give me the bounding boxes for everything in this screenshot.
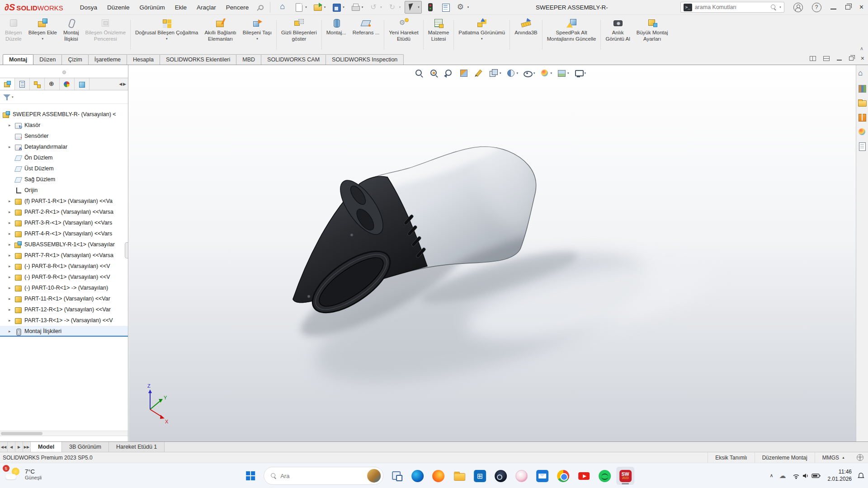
ribbon-button[interactable]: Gizli Bileşenleri göster ▾ (278, 16, 320, 53)
panel-tab[interactable] (15, 78, 30, 90)
design-library-icon[interactable] (858, 84, 867, 93)
panel-collapse-handle[interactable] (62, 70, 66, 74)
ribbon-button[interactable]: Büyük Montaj Ayarları ▾ (633, 16, 671, 53)
taskbar-app-button[interactable] (429, 467, 447, 485)
menu-item[interactable]: Pencere (221, 1, 254, 14)
tile-pane-icon[interactable] (823, 56, 830, 61)
search-input[interactable] (695, 4, 768, 10)
dropdown-caret-icon[interactable]: ▾ (362, 5, 363, 9)
ribbon-button[interactable]: ▾ (453, 20, 454, 50)
taskbar-search[interactable] (264, 467, 383, 485)
doc-restore-button[interactable] (849, 56, 854, 61)
taskbar-app-button[interactable] (595, 467, 613, 485)
scrollbar-thumb[interactable] (1, 432, 42, 435)
tree-item[interactable]: (f) PART-1-R<1> (Varsayılan) <<Va (0, 196, 128, 206)
view-tool-button[interactable]: ▾ (488, 68, 501, 79)
expand-arrow-icon[interactable] (9, 296, 14, 301)
tree-item[interactable]: SUBASSEMBLY-R-1<1> (Varsayılar (0, 239, 128, 250)
appearances-icon[interactable] (858, 127, 867, 136)
taskbar-app-button[interactable] (575, 467, 593, 485)
panel-splitter-grip[interactable] (125, 242, 128, 258)
taskbar-app-button[interactable] (450, 467, 468, 485)
tray-status-icons[interactable] (792, 472, 822, 480)
home-icon[interactable] (858, 70, 867, 79)
expand-arrow-icon[interactable] (9, 307, 14, 312)
tree-item[interactable]: (-) PART-8-R<1> (Varsayılan) <<V (0, 261, 128, 272)
taskbar-app-button[interactable] (408, 467, 426, 485)
view-tool-button[interactable]: ▾ (429, 68, 439, 79)
status-item[interactable]: Eksik Tanımlı ▲ (708, 452, 754, 463)
menu-item[interactable]: Araçlar (192, 1, 221, 14)
graphics-viewport[interactable]: Z Y X ▾ ▾ (129, 65, 868, 441)
tab-scroll-first-icon[interactable]: ◀◀ (0, 442, 8, 452)
tree-item[interactable]: PART-3-R-<1> (Varsayılan) <<Vars (0, 217, 128, 228)
tree-item[interactable]: Sensörler (0, 131, 128, 141)
ribbon-button[interactable]: Anında3B ▾ (511, 16, 541, 53)
search-icon[interactable] (770, 4, 777, 10)
dropdown-caret-icon[interactable]: ▾ (517, 71, 519, 75)
view-palette-icon[interactable] (858, 113, 867, 122)
expand-arrow-icon[interactable] (9, 123, 14, 127)
ribbon-button[interactable]: Doğrusal Bileşen Çoğaltma ▾ (132, 16, 201, 53)
expand-arrow-icon[interactable] (9, 318, 14, 323)
expand-arrow-icon[interactable] (9, 275, 14, 279)
tree-item[interactable]: Ön Düzlem (0, 152, 128, 163)
ribbon-button[interactable]: ▾ (321, 20, 322, 50)
ribbon-button[interactable]: ▾ (384, 20, 384, 50)
expand-arrow-icon[interactable] (9, 242, 14, 247)
ribbon-tab[interactable]: Çizim (61, 54, 88, 65)
view-tool-button[interactable]: ▾ (473, 68, 484, 79)
tree-item[interactable]: Sağ Düzlem (0, 174, 128, 185)
dropdown-caret-icon[interactable]: ▾ (324, 5, 326, 9)
ribbon-button[interactable]: Yeni Hareket Etüdü ▾ (386, 16, 421, 53)
tree-item[interactable]: PART-11-R<1> (Varsayılan) <<Var (0, 293, 128, 304)
view-tool-button[interactable]: ▾ (505, 68, 519, 79)
ribbon-tab[interactable]: Hesapla (127, 54, 160, 65)
document-tab[interactable]: Model (31, 442, 62, 452)
ribbon-button[interactable]: SpeedPak Alt Montajlarını Güncelle ▾ (544, 16, 599, 53)
expand-arrow-icon[interactable] (9, 145, 14, 149)
ribbon-button[interactable]: Montaj İlişkisi ▾ (60, 16, 82, 53)
quickbar-button[interactable]: ▾ (330, 1, 347, 14)
ribbon-button[interactable]: Akıllı Bağlantı Elemanları ▾ (201, 16, 239, 53)
expand-arrow-icon[interactable] (9, 329, 14, 333)
tree-item[interactable]: Montaj İlişkileri (0, 326, 128, 337)
view-tool-button[interactable]: ▾ (556, 68, 569, 79)
ribbon-button[interactable]: ▾ (423, 20, 424, 50)
scroll-left-icon[interactable]: ◀ (119, 82, 122, 86)
quickbar-button[interactable]: ▾ (277, 1, 290, 14)
tree-item[interactable]: Klasör (0, 120, 128, 131)
search-dropdown-caret-icon[interactable]: ▾ (779, 5, 781, 9)
dropdown-caret-icon[interactable]: ▾ (567, 71, 569, 75)
help-icon[interactable]: ? (812, 3, 821, 12)
view-tool-button[interactable]: ▾ (458, 68, 469, 79)
ribbon-button[interactable]: ▾ (130, 20, 131, 50)
quickbar-button[interactable]: ▾ (424, 1, 437, 14)
view-tool-button[interactable]: ▾ (539, 68, 552, 79)
menu-item[interactable]: Dosya (75, 1, 102, 14)
dropdown-caret-icon[interactable]: ▾ (380, 5, 382, 9)
ribbon-button[interactable]: Malzeme Listesi ▾ (425, 16, 453, 53)
dropdown-caret-icon[interactable]: ▾ (256, 37, 258, 41)
quickbar-button[interactable]: ▾ (292, 1, 309, 14)
document-tab[interactable]: Hareket Etüdü 1 (109, 442, 165, 452)
units-caret-icon[interactable]: ▲ (842, 456, 845, 459)
tree-item[interactable]: Detaylandırmalar (0, 141, 128, 152)
view-tool-button[interactable]: ▾ (573, 68, 586, 79)
doc-close-button[interactable]: × (861, 55, 864, 61)
ribbon-button[interactable]: Referans ... ▾ (349, 16, 382, 53)
ribbon-button[interactable]: ▾ (600, 20, 601, 50)
ribbon-tab[interactable]: SOLIDWORKS Eklentileri (160, 54, 236, 65)
dropdown-caret-icon[interactable]: ▾ (418, 5, 420, 9)
expand-arrow-icon[interactable] (9, 264, 14, 268)
quickbar-button[interactable]: ▾ (454, 1, 472, 14)
split-pane-icon[interactable] (810, 56, 816, 61)
tree-item[interactable]: PART-7-R<1> (Varsayılan) <<Varsa (0, 250, 128, 261)
taskbar-clock[interactable]: 11:46 2.01.2026 (828, 469, 852, 483)
panel-tab[interactable] (45, 78, 60, 90)
minimize-button[interactable] (830, 9, 836, 9)
ribbon-button[interactable]: Patlatma Görünümü ▾ (455, 16, 508, 53)
ribbon-collapse-icon[interactable]: ∧ (860, 46, 863, 52)
start-button[interactable] (241, 467, 259, 485)
dropdown-caret-icon[interactable]: ▾ (481, 37, 483, 41)
